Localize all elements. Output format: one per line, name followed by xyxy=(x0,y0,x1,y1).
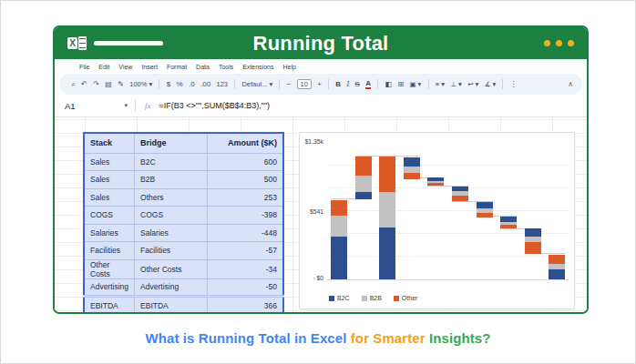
table-cell[interactable]: Other Costs xyxy=(84,259,135,278)
window-control-dot[interactable] xyxy=(556,40,562,46)
fill-color-icon[interactable]: ◧ xyxy=(385,80,392,88)
caption: What is Running Total in Excel for Smart… xyxy=(1,330,635,346)
window-control-dot[interactable] xyxy=(544,40,550,46)
page: X Running Total FileEditViewInsertFormat… xyxy=(0,0,636,364)
currency-format-icon[interactable]: $ xyxy=(167,80,170,88)
table-cell[interactable]: -34 xyxy=(208,259,284,278)
chart-bar-segment-b2b xyxy=(549,264,565,270)
font-size-input[interactable]: 10 xyxy=(297,79,312,89)
table-cell[interactable]: 500 xyxy=(208,171,284,189)
merge-cells-icon[interactable]: ▣ ▾ xyxy=(409,80,421,88)
table-header-cell[interactable]: Stack xyxy=(84,133,135,153)
zoom-select[interactable]: 100% ▾ xyxy=(129,80,152,88)
table-cell[interactable]: Facilities xyxy=(84,242,135,260)
number-format-icon[interactable]: 123 xyxy=(217,80,229,88)
table-cell[interactable]: Advertising xyxy=(135,278,208,297)
y-axis-tick-label: $0 xyxy=(287,275,323,281)
menu-item-view[interactable]: View xyxy=(118,64,132,70)
table-cell[interactable]: 600 xyxy=(208,153,284,171)
table-cell[interactable]: 366 xyxy=(208,297,284,315)
table-cell[interactable]: Other Costs xyxy=(135,259,208,278)
increase-font-size-button[interactable]: + xyxy=(317,80,322,88)
table-cell[interactable]: -398 xyxy=(208,207,284,225)
strikethrough-icon[interactable]: S xyxy=(355,80,360,88)
table-row: Other CostsOther Costs-34 xyxy=(84,259,283,278)
percent-format-icon[interactable]: % xyxy=(176,80,182,88)
table-cell[interactable]: -448 xyxy=(208,224,284,242)
table-cell[interactable]: B2B xyxy=(135,171,208,189)
menu-item-extensions[interactable]: Extensions xyxy=(242,64,273,70)
decrease-font-size-button[interactable]: − xyxy=(287,80,292,88)
chart-plot-area xyxy=(327,144,569,280)
decrease-decimals-icon[interactable]: .0 xyxy=(189,80,195,88)
chart-bar-segment-b2b xyxy=(525,237,541,241)
print-icon[interactable]: ▤ xyxy=(105,80,112,88)
chevron-down-icon[interactable]: ▾ xyxy=(124,102,128,109)
window-controls[interactable] xyxy=(544,40,574,46)
table-cell[interactable]: COGS xyxy=(84,207,135,225)
spreadsheet-window: X Running Total FileEditViewInsertFormat… xyxy=(53,25,589,314)
search-icon[interactable]: ⌕ xyxy=(71,80,75,89)
chart-bar-segment-other xyxy=(452,196,468,201)
table-cell[interactable]: Salaries xyxy=(135,224,208,242)
legend-label: B2C xyxy=(337,295,350,301)
table-header-cell[interactable]: Bridge xyxy=(135,133,208,153)
table-cell[interactable]: Advertising xyxy=(84,278,135,297)
table-cell[interactable]: COGS xyxy=(135,207,208,225)
sheet-grid[interactable]: StackBridgeAmount ($K)SalesB2C600SalesB2… xyxy=(55,117,587,314)
table-cell[interactable]: 253 xyxy=(208,188,284,207)
table-header-cell[interactable]: Amount ($K) xyxy=(208,133,284,153)
chart-bar-segment-b2c xyxy=(379,228,395,279)
window-control-dot[interactable] xyxy=(568,40,574,46)
chart-bar-segment-other xyxy=(355,157,372,176)
table-cell[interactable]: B2C xyxy=(135,153,208,171)
table-cell[interactable]: Salaries xyxy=(84,224,135,242)
table-cell[interactable]: -57 xyxy=(208,242,284,260)
y-axis-tick-label: $1.35k xyxy=(287,138,323,145)
more-icon[interactable]: ⋮ xyxy=(510,80,518,88)
h-align-icon[interactable]: ≡ ▾ xyxy=(436,80,445,88)
table-cell[interactable]: Sales xyxy=(84,153,135,171)
toolbar-divider xyxy=(279,79,280,89)
chart-bar-segment-other xyxy=(500,225,517,228)
table-cell[interactable]: Others xyxy=(135,188,208,207)
table-cell[interactable]: EBITDA xyxy=(84,297,135,315)
toolbar-divider xyxy=(428,79,429,89)
table-row: EBITDAEBITDA366 xyxy=(84,297,283,315)
table-cell[interactable]: Sales xyxy=(84,171,135,189)
menu-bar: FileEditViewInsertFormatDataToolsExtensi… xyxy=(55,59,587,74)
table-cell[interactable]: Sales xyxy=(84,188,135,207)
chart-bar-segment-b2c xyxy=(549,269,565,279)
menu-item-tools[interactable]: Tools xyxy=(219,64,233,70)
formula-input[interactable]: =IF(B3 <>"",SUM($B$4:B3),"") xyxy=(159,101,271,110)
table-cell[interactable]: Facilities xyxy=(135,242,208,260)
name-box[interactable]: A1 ▾ xyxy=(55,101,135,111)
legend-swatch-b2c xyxy=(329,296,334,301)
menu-item-format[interactable]: Format xyxy=(167,64,187,70)
toolbar-divider xyxy=(377,79,378,89)
italic-icon[interactable]: I xyxy=(347,80,350,88)
chart-bar-segment-b2c xyxy=(355,192,372,199)
menu-item-file[interactable]: File xyxy=(79,64,89,70)
paint-format-icon[interactable]: ✎ xyxy=(118,80,124,88)
chart-gridline xyxy=(327,256,569,257)
menu-item-data[interactable]: Data xyxy=(196,64,210,70)
increase-decimals-icon[interactable]: .00 xyxy=(200,80,210,88)
waterfall-chart[interactable]: B2CB2BOther $1.35k$541$0 xyxy=(299,132,575,309)
text-wrap-icon[interactable]: ↩ ▾ xyxy=(467,80,478,88)
table-cell[interactable]: EBITDA xyxy=(135,297,208,315)
redo-icon[interactable]: ↷ xyxy=(93,80,99,88)
text-rotate-icon[interactable]: ∡ ▾ xyxy=(485,80,497,88)
font-select[interactable]: Defaul... ▾ xyxy=(241,80,272,88)
collapse-toolbar-icon[interactable]: ∧ xyxy=(568,80,573,88)
undo-icon[interactable]: ↶ xyxy=(81,80,87,88)
menu-item-help[interactable]: Help xyxy=(282,64,295,70)
toolbar-divider xyxy=(328,79,329,89)
menu-item-edit[interactable]: Edit xyxy=(98,64,109,70)
menu-item-insert[interactable]: Insert xyxy=(141,64,158,70)
bold-icon[interactable]: B xyxy=(335,80,341,88)
text-color-icon[interactable]: A xyxy=(365,80,371,89)
borders-icon[interactable]: ⊞ xyxy=(397,80,404,88)
v-align-icon[interactable]: ⊥ ▾ xyxy=(450,80,461,88)
table-cell[interactable]: -50 xyxy=(208,278,284,297)
